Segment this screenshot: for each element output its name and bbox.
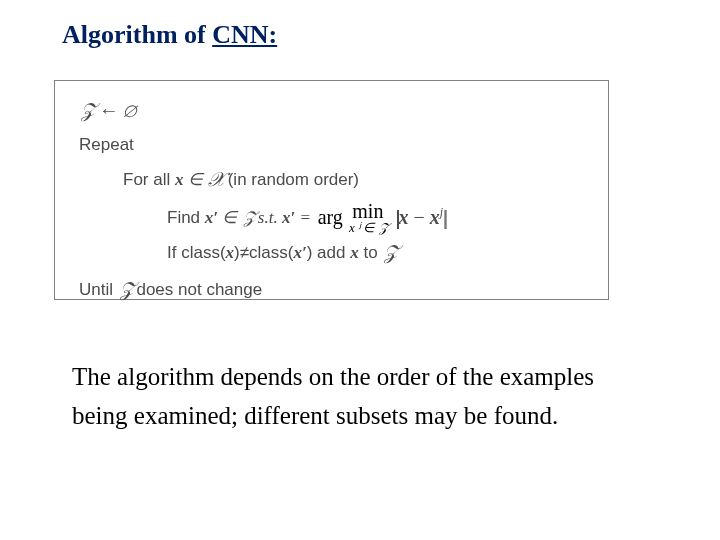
var-xprime: x′: [205, 208, 218, 227]
algo-for-tail: (in random order): [223, 170, 359, 189]
find-word: Find: [167, 208, 205, 227]
footer-line2: being examined; different subsets may be…: [72, 397, 680, 436]
algo-init: 𝒵 ← ∅: [79, 95, 590, 126]
in-Z-st: ∈ 𝒵 s.t.: [218, 208, 282, 227]
algo-ifclass: If class(x)≠class(x′) add x to 𝒵: [167, 237, 590, 268]
until-Z: 𝒵: [118, 278, 132, 300]
algo-for-text: For all: [123, 170, 175, 189]
if-ne: )≠class(: [234, 243, 293, 262]
if-xprime: x′: [293, 243, 306, 262]
algo-init-expr: 𝒵 ← ∅: [79, 99, 136, 121]
footer-line1: The algorithm depends on the order of th…: [72, 358, 680, 397]
min-text: min: [349, 201, 387, 221]
if-text: If class(: [167, 243, 226, 262]
if-to: to: [359, 243, 383, 262]
argmin-block: arg min x ʲ ∈ 𝒵: [318, 201, 387, 234]
slide: Algorithm of CNN: 𝒵 ← ∅ Repeat For all x…: [0, 0, 720, 540]
if-Z: 𝒵: [382, 241, 396, 263]
algo-repeat: Repeat: [79, 132, 590, 158]
if-add: ) add: [307, 243, 350, 262]
if-x1: x: [226, 243, 235, 262]
algo-forall: For all x ∈ 𝒳 (in random order): [123, 164, 590, 195]
until-tail: does not change: [132, 280, 262, 299]
min-stack: min x ʲ ∈ 𝒵: [349, 201, 387, 234]
find-prefix: Find x′ ∈ 𝒵 s.t. x′ =: [167, 205, 311, 231]
title-underlined: CNN:: [212, 20, 277, 49]
in-symbol: ∈: [183, 170, 207, 189]
norm-expression: ||x − xj||: [395, 202, 446, 233]
norm-x: x: [398, 206, 408, 228]
norm-minus: −: [408, 206, 429, 228]
norm-close: ||: [443, 206, 445, 228]
norm-xj-x: x: [430, 206, 440, 228]
min-sub: x ʲ ∈ 𝒵: [349, 221, 387, 234]
set-X: 𝒳: [207, 168, 223, 190]
footer-paragraph: The algorithm depends on the order of th…: [72, 358, 680, 436]
algo-until: Until 𝒵 does not change: [79, 274, 590, 305]
eq-sign: =: [295, 208, 311, 227]
if-x2: x: [350, 243, 359, 262]
var-xprime2: x′: [282, 208, 295, 227]
algorithm-box: 𝒵 ← ∅ Repeat For all x ∈ 𝒳 (in random or…: [54, 80, 609, 300]
until-text: Until: [79, 280, 118, 299]
algo-find: Find x′ ∈ 𝒵 s.t. x′ = arg min x ʲ ∈ 𝒵 ||…: [167, 201, 590, 231]
arg-text: arg: [318, 202, 343, 233]
slide-title: Algorithm of CNN:: [62, 20, 277, 50]
title-prefix: Algorithm of: [62, 20, 212, 49]
